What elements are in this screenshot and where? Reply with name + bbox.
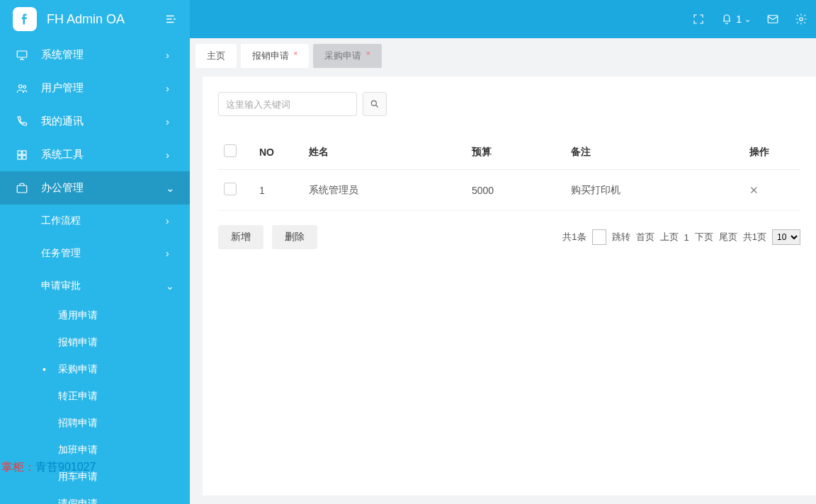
search-row (218, 92, 800, 116)
cell-no: 1 (254, 170, 303, 211)
nav-label: 任务管理 (41, 247, 166, 260)
col-budget: 预算 (466, 134, 565, 170)
chevron-right-icon: › (166, 149, 174, 161)
sidebar-item-contact[interactable]: 我的通讯 › (0, 105, 190, 138)
col-op: 操作 (744, 134, 800, 170)
notifications-button[interactable]: 1⌄ (720, 13, 751, 25)
select-all-checkbox[interactable] (224, 144, 237, 157)
apply-item-general[interactable]: 通用申请 (0, 302, 190, 329)
sidebar-item-users[interactable]: 用户管理 › (0, 71, 190, 105)
page-current: 1 (684, 232, 689, 243)
search-icon (370, 99, 380, 109)
sidebar-sub-task[interactable]: 任务管理 › (0, 237, 190, 270)
svg-rect-11 (23, 155, 26, 159)
pagination: 共1条 跳转 首页 上页 1 下页 尾页 共1页 10 (562, 229, 800, 245)
topbar: 1⌄ (190, 0, 816, 38)
menu-icon (164, 13, 177, 25)
content: NO 姓名 预算 备注 操作 1 系统管理员 5000 购买打印机 ✕ (203, 76, 816, 496)
close-icon[interactable]: × (293, 49, 298, 57)
nav-label: 系统工具 (41, 148, 166, 161)
gear-icon (795, 13, 808, 25)
add-button[interactable]: 新增 (218, 225, 264, 249)
mail-button[interactable] (766, 13, 779, 25)
apply-item-recruit[interactable]: 招聘申请 (0, 410, 190, 437)
brand-title: FH Admin OA (47, 12, 164, 27)
chevron-right-icon: › (166, 115, 174, 127)
page-last[interactable]: 尾页 (719, 231, 737, 244)
svg-point-7 (23, 85, 26, 88)
sidebar-toggle[interactable] (164, 13, 177, 25)
apply-item-regular[interactable]: 转正申请 (0, 383, 190, 410)
sidebar-sub-apply[interactable]: 申请审批 ⌄ (0, 270, 190, 302)
apply-item-car[interactable]: 用车申请 (0, 464, 190, 491)
svg-rect-9 (23, 151, 26, 154)
data-table: NO 姓名 预算 备注 操作 1 系统管理员 5000 购买打印机 ✕ (218, 134, 800, 211)
tab-home[interactable]: 主页 (196, 44, 237, 68)
bell-icon (720, 13, 733, 25)
chevron-right-icon: › (166, 82, 174, 94)
sidebar-item-tools[interactable]: 系统工具 › (0, 138, 190, 171)
svg-point-14 (800, 18, 803, 21)
nav-label: 工作流程 (41, 214, 166, 227)
search-button[interactable] (363, 92, 387, 116)
cell-remark: 购买打印机 (565, 170, 744, 211)
apply-item-leave[interactable]: 请假申请 (0, 491, 190, 504)
nav: 系统管理 › 用户管理 › 我的通讯 › 系统工具 › 办公管理 ⌄ (0, 38, 190, 504)
apply-item-overtime[interactable]: 加班申请 (0, 437, 190, 464)
page-jump[interactable]: 跳转 (612, 231, 630, 244)
tabs: 主页 报销申请× 采购申请× (190, 38, 816, 68)
delete-button[interactable]: 删除 (272, 225, 317, 249)
apply-item-purchase[interactable]: 采购申请 (0, 356, 190, 383)
sidebar-sub-workflow[interactable]: 工作流程 › (0, 205, 190, 237)
cell-name: 系统管理员 (303, 170, 466, 211)
chevron-down-icon: ⌄ (166, 280, 174, 292)
logo-icon (18, 12, 32, 26)
delete-row-icon[interactable]: ✕ (749, 184, 759, 196)
page-jump-input[interactable] (592, 229, 606, 245)
nav-label: 用户管理 (41, 81, 166, 95)
apply-item-reimburse[interactable]: 报销申请 (0, 329, 190, 356)
chevron-right-icon: › (166, 49, 174, 61)
fullscreen-icon (692, 13, 705, 25)
sidebar: FH Admin OA 系统管理 › 用户管理 › 我的通讯 › (0, 0, 190, 504)
svg-point-6 (19, 84, 23, 88)
search-input[interactable] (218, 92, 357, 116)
page-prev[interactable]: 上页 (660, 231, 679, 244)
svg-point-15 (371, 101, 376, 105)
actions-row: 新增 删除 共1条 跳转 首页 上页 1 下页 尾页 共1页 10 (218, 225, 800, 249)
settings-button[interactable] (795, 13, 808, 25)
chevron-down-icon: ⌄ (744, 15, 751, 24)
col-remark: 备注 (565, 134, 744, 170)
col-name: 姓名 (303, 134, 466, 170)
svg-rect-8 (18, 151, 21, 154)
row-checkbox[interactable] (224, 183, 237, 195)
nav-sub-office: 工作流程 › 任务管理 › 申请审批 ⌄ 通用申请 报销申请 采购申请 转正申请… (0, 205, 190, 504)
close-icon[interactable]: × (366, 49, 370, 57)
nav-label: 系统管理 (41, 48, 166, 62)
main: 1⌄ 主页 报销申请× 采购申请× NO 姓名 预算 (190, 0, 816, 504)
tab-purchase[interactable]: 采购申请× (313, 44, 381, 68)
chevron-down-icon: ⌄ (166, 182, 174, 195)
cell-budget: 5000 (466, 170, 565, 211)
users-icon (16, 82, 28, 95)
chevron-right-icon: › (166, 215, 174, 227)
nav-label: 申请审批 (41, 280, 166, 292)
sidebar-item-system[interactable]: 系统管理 › (0, 38, 190, 71)
svg-line-16 (376, 105, 378, 108)
mail-icon (766, 13, 779, 25)
nav-sub-apply-items: 通用申请 报销申请 采购申请 转正申请 招聘申请 加班申请 用车申请 请假申请 (0, 302, 190, 504)
sidebar-item-office[interactable]: 办公管理 ⌄ (0, 171, 190, 205)
page-first[interactable]: 首页 (636, 231, 654, 244)
nav-label: 办公管理 (41, 181, 166, 195)
nav-label: 我的通讯 (41, 115, 166, 128)
monitor-icon (16, 49, 28, 62)
table-row: 1 系统管理员 5000 购买打印机 ✕ (218, 170, 800, 211)
brand: FH Admin OA (0, 0, 190, 38)
page-size-select[interactable]: 10 (772, 229, 800, 245)
tab-reimburse[interactable]: 报销申请× (241, 44, 309, 68)
fullscreen-button[interactable] (692, 13, 705, 25)
svg-rect-12 (17, 185, 27, 193)
svg-rect-3 (17, 51, 27, 57)
chevron-right-icon: › (166, 248, 174, 259)
page-next[interactable]: 下页 (695, 231, 713, 244)
